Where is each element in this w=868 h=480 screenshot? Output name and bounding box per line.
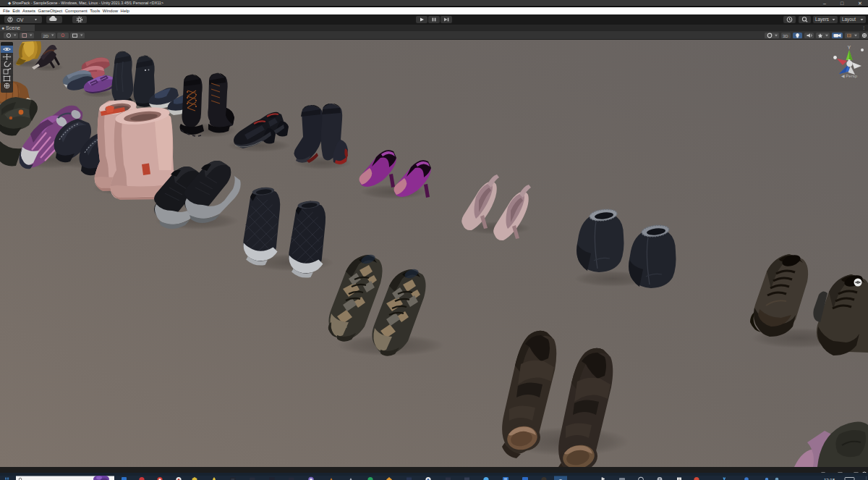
svg-text:3D: 3D [783,34,788,38]
svg-text:Y: Y [848,45,851,50]
svg-text:◀ Persp: ◀ Persp [841,74,858,78]
svg-text:Layout: Layout [842,17,856,22]
svg-text:OV: OV [17,17,24,22]
svg-text:2D: 2D [43,34,49,38]
svg-text:12:18: 12:18 [824,478,835,480]
svg-text:Layers: Layers [815,17,829,22]
